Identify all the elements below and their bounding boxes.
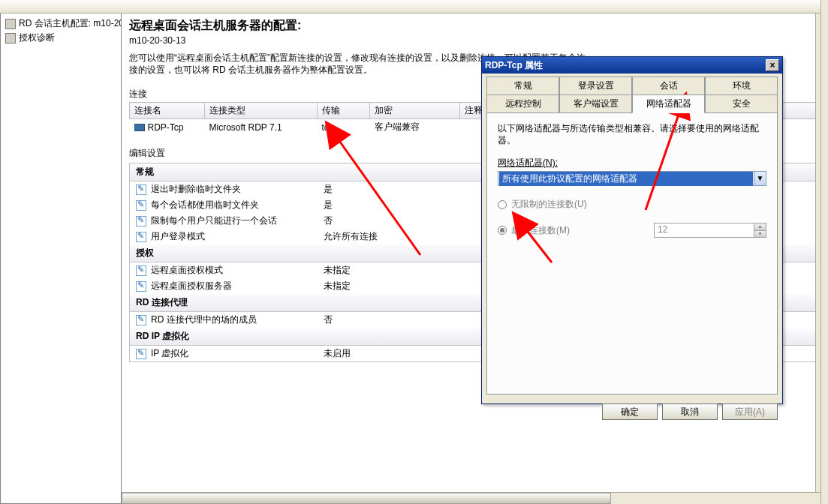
radio-icon <box>498 200 507 209</box>
tab-client-settings[interactable]: 客户端设置 <box>559 94 632 112</box>
col-encrypt[interactable]: 加密 <box>370 103 460 119</box>
setting-label: 退出时删除临时文件夹 <box>151 183 324 196</box>
edit-icon <box>136 200 146 211</box>
setting-value: 是 <box>324 183 333 196</box>
conn-type: Microsoft RDP 7.1 <box>205 119 318 136</box>
tree-item-label: 授权诊断 <box>19 32 55 44</box>
chevron-up-icon[interactable]: ▲ <box>754 224 766 231</box>
tabs-row-1: 常规 登录设置 会话 环境 <box>482 74 782 94</box>
chevron-down-icon[interactable]: ▼ <box>754 172 766 185</box>
conn-name: RDP-Tcp <box>148 122 184 133</box>
top-toolbar <box>0 0 828 14</box>
setting-label: 远程桌面授权模式 <box>151 264 324 277</box>
tab-general[interactable]: 常规 <box>486 76 559 94</box>
setting-value: 是 <box>324 199 333 212</box>
page-title: 远程桌面会话主机服务器的配置: <box>129 18 820 34</box>
dialog-buttons: 确定 取消 应用(A) <box>482 399 782 424</box>
radio-label: 无限制的连接数(U) <box>511 198 587 211</box>
setting-label: RD 连接代理中的场的成员 <box>151 314 324 326</box>
cancel-button[interactable]: 取消 <box>662 404 718 420</box>
host-name: m10-20-30-13 <box>129 35 820 46</box>
tree-item-label: RD 会话主机配置: m10-20-30-… <box>19 17 121 30</box>
edit-icon <box>136 232 146 242</box>
rdp-properties-dialog: RDP-Tcp 属性 × 常规 登录设置 会话 环境 远程控制 客户端设置 网络… <box>481 56 783 404</box>
spinner-arrows[interactable]: ▲▼ <box>754 224 766 237</box>
conn-transport: tcp <box>318 119 370 136</box>
body-text-1: 以下网络适配器与所选传输类型相兼容。请选择要使用的网络适配 <box>498 123 759 134</box>
setting-value: 允许所有连接 <box>324 230 378 243</box>
edit-icon <box>136 216 146 226</box>
ok-button[interactable]: 确定 <box>602 404 658 420</box>
adapter-dropdown[interactable]: 所有使用此协议配置的网络适配器 ▼ <box>498 171 766 186</box>
spinner-value: 12 <box>655 224 754 237</box>
apply-button[interactable]: 应用(A) <box>722 404 778 420</box>
setting-label: 用户登录模式 <box>151 230 324 243</box>
right-strip <box>820 0 828 504</box>
col-type[interactable]: 连接类型 <box>205 103 318 119</box>
adapter-label: 网络适配器(N): <box>498 157 558 170</box>
edit-icon <box>136 281 146 292</box>
adapter-selected: 所有使用此协议配置的网络适配器 <box>499 172 753 186</box>
radio-label: 最大连接数(M) <box>511 224 570 237</box>
tab-body: 以下网络适配器与所选传输类型相兼容。请选择要使用的网络适配 器。 网络适配器(N… <box>486 112 778 394</box>
conn-encrypt: 客户端兼容 <box>370 119 460 136</box>
max-connections-spinner[interactable]: 12 ▲▼ <box>654 223 766 238</box>
connection-icon <box>134 124 145 131</box>
tab-session[interactable]: 会话 <box>632 76 705 94</box>
close-icon[interactable]: × <box>766 59 779 71</box>
radio-unlimited[interactable]: 无限制的连接数(U) <box>498 198 766 211</box>
tabs-row-2: 远程控制 客户端设置 网络适配器 安全 <box>482 94 782 112</box>
setting-label: IP 虚拟化 <box>151 347 324 360</box>
server-icon <box>5 19 16 29</box>
edit-icon <box>136 184 146 195</box>
setting-value: 否 <box>324 314 333 326</box>
tab-remote-control[interactable]: 远程控制 <box>486 94 559 112</box>
dialog-titlebar[interactable]: RDP-Tcp 属性 × <box>482 57 782 74</box>
col-name[interactable]: 连接名 <box>130 103 205 119</box>
tree-panel: RD 会话主机配置: m10-20-30-… 授权诊断 <box>0 14 122 504</box>
edit-icon <box>136 349 146 359</box>
setting-value: 未启用 <box>324 347 351 360</box>
edit-icon <box>136 315 146 326</box>
setting-value: 未指定 <box>324 264 351 277</box>
setting-value: 未指定 <box>324 280 351 292</box>
setting-label: 限制每个用户只能进行一个会话 <box>151 214 324 227</box>
radio-max-connections[interactable]: 最大连接数(M) 12 ▲▼ <box>498 223 766 238</box>
tab-environment[interactable]: 环境 <box>705 76 778 94</box>
col-transport[interactable]: 传输 <box>318 103 370 119</box>
tab-security[interactable]: 安全 <box>705 94 778 112</box>
tab-network-adapter[interactable]: 网络适配器 <box>632 94 705 113</box>
description-line2: 接的设置，也可以将 RD 会话主机服务器作为整体配置设置。 <box>129 64 372 75</box>
scroll-thumb[interactable] <box>122 493 611 504</box>
radio-icon <box>498 226 507 235</box>
setting-label: 远程桌面授权服务器 <box>151 280 324 292</box>
tree-item-host-config[interactable]: RD 会话主机配置: m10-20-30-… <box>1 16 121 31</box>
body-text-2: 器。 <box>498 135 516 146</box>
setting-label: 每个会话都使用临时文件夹 <box>151 199 324 212</box>
chevron-down-icon[interactable]: ▼ <box>754 231 766 238</box>
horizontal-scrollbar[interactable] <box>122 492 820 504</box>
adapter-description: 以下网络适配器与所选传输类型相兼容。请选择要使用的网络适配 器。 <box>498 122 766 146</box>
tab-logon[interactable]: 登录设置 <box>559 76 632 94</box>
diagnosis-icon <box>5 33 16 44</box>
setting-value: 否 <box>324 214 333 227</box>
tree-item-license-diagnosis[interactable]: 授权诊断 <box>1 31 121 45</box>
dialog-title: RDP-Tcp 属性 <box>485 59 766 72</box>
edit-icon <box>136 266 146 276</box>
